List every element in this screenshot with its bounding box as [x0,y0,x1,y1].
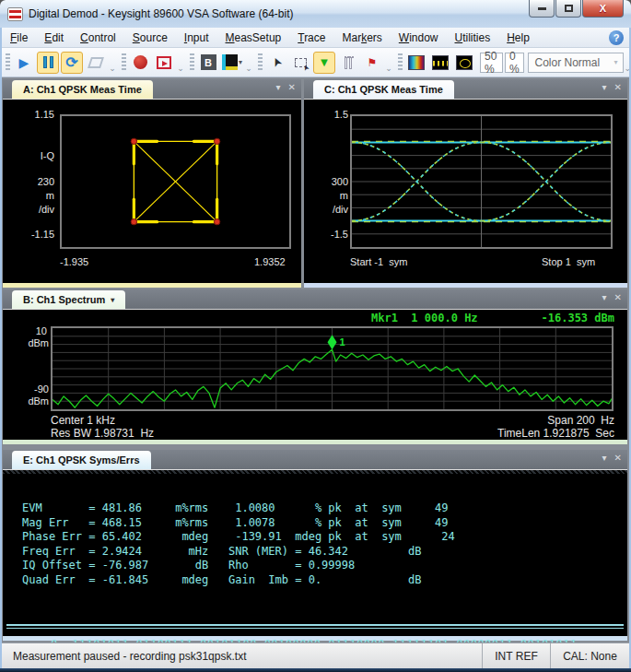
panel-e-close-icon[interactable]: ✕ [614,453,622,464]
panel-e-hatch [3,470,627,474]
panel-e-content: EVM = 481.86 m%rms 1.0080 % pk at sym 49… [3,469,627,636]
toolbar-drag-handle [122,53,126,72]
panel-a-plot-area: 1.15 I-Q 230 m /div -1.15 -1.935 1.9352 [3,99,301,283]
title-bar[interactable]: Digital Demod - Keysight 89600 VSA Softw… [0,0,631,28]
result-line: Freq Err = 2.9424 mHz SNR (MER) = 46.342… [22,545,455,560]
constellation-plot[interactable] [62,116,289,247]
color-mode-select[interactable]: Color Normal▾ [528,53,624,73]
eye-display-button[interactable] [453,52,475,74]
menu-meassetup[interactable]: MeasSetup [217,29,290,47]
y-axis-bottom-label: -1.15 [31,229,54,240]
menu-input[interactable]: Input [176,29,217,47]
menu-trace[interactable]: Trace [289,29,333,47]
layout-button[interactable]: ▾ [221,52,243,74]
minimize-icon [538,7,546,10]
y-axis-top-label: 1.5 [334,109,348,120]
window-left-border [0,28,2,668]
pause-button[interactable] [37,52,59,74]
panel-a-close-icon[interactable]: ✕ [288,82,296,93]
menu-source[interactable]: Source [124,29,176,47]
panel-e: E: Ch1 QPSK Syms/Errs ▾ ✕ EVM = 481.86 m… [3,450,627,641]
result-line: IQ Offset = -76.987 dB Rho = 0.99998 [22,559,455,573]
result-line: Quad Err = -61.845 mdeg Gain Imb = 0. dB [22,573,455,588]
spectrum-plot[interactable]: 1 [53,328,612,409]
offset-input[interactable]: 0 % [505,53,524,73]
menu-utilities[interactable]: Utilities [447,29,499,47]
result-line: Mag Err = 468.15 m%rms 1.0078 % pk at sy… [22,516,455,531]
panel-a-title: A: Ch1 QPSK Meas Time [23,84,142,95]
error-summary-table: EVM = 481.86 m%rms 1.0080 % pk at sym 49… [22,501,455,587]
panel-c-collapse-icon[interactable]: ▾ [602,82,607,93]
play-icon: ▶ [19,55,29,70]
measurement-b-button[interactable]: B [197,52,219,74]
play-button[interactable]: ▶ [13,52,35,74]
panel-a-tab[interactable]: A: Ch1 QPSK Meas Time [12,80,153,99]
record-button[interactable] [129,52,151,74]
menu-window[interactable]: Window [391,29,447,47]
restore-icon [565,5,573,12]
results-separator [6,624,624,629]
y-axis-bottom-label: -90 [34,383,49,395]
panel-e-collapse-icon[interactable]: ▾ [602,453,607,464]
restart-button[interactable]: ⟳ [61,52,83,74]
menu-edit[interactable]: Edit [36,29,72,47]
calibration-indicator[interactable]: CAL: None [550,643,629,668]
status-bar: Measurement paused - recording psk31qpsk… [2,643,629,668]
toolbar-drag-handle [6,53,10,72]
panel-e-tab[interactable]: E: Ch1 QPSK Syms/Errs [12,451,151,469]
spectrum-display-button[interactable] [429,52,451,74]
band-marker-button[interactable] [337,52,359,74]
marker-readout: Mkr1 1 000.0 Hz [371,312,478,324]
panel-e-title: E: Ch1 QPSK Syms/Errs [23,454,140,466]
select-pointer-button[interactable]: ➤ [265,52,287,74]
eye-diagram-plot[interactable] [352,116,611,247]
restart-icon: ⟳ [65,53,77,71]
menu-help[interactable]: Help [498,29,538,47]
toolbar-drag-handle [258,53,263,72]
single-sweep-button[interactable] [85,52,107,74]
single-sweep-icon [88,57,104,68]
panel-b-title: B: Ch1 Spectrum [23,294,105,305]
couple-markers-button[interactable]: ⚑ [361,52,383,74]
result-line: EVM = 481.86 m%rms 1.0080 % pk at sym 49 [22,501,455,516]
menu-control[interactable]: Control [72,29,124,47]
transparency-input[interactable]: 50 % [480,53,503,73]
recorder-icon [157,56,171,69]
panel-b-tab-dropdown-icon[interactable]: ▾ [111,296,114,304]
menu-markers[interactable]: Markers [333,29,390,47]
res-bw-label: Res BW 1.98731 Hz [51,427,154,440]
close-button[interactable]: X [582,0,624,18]
group-overflow-icon[interactable]: ⌄ [176,64,185,76]
panel-c-close-icon[interactable]: ✕ [614,82,622,93]
y-scale-value-label: 300 [332,176,348,187]
layout-grid-icon [222,54,238,70]
group-overflow-icon[interactable]: ⌄ [108,64,117,76]
panel-c-title: C: Ch1 QPSK Meas Time [324,84,443,95]
y-axis-name-label: I-Q [41,150,54,161]
recording-settings-button[interactable] [153,52,175,74]
restore-button[interactable] [555,0,581,18]
menu-file[interactable]: File [2,29,36,47]
y-scale-div-label: /div [39,204,54,215]
panel-c-color-strip [304,283,627,288]
panel-a-collapse-icon[interactable]: ▾ [276,82,281,93]
y-scale-unit-label: m [46,190,54,201]
group-overflow-icon[interactable]: ⌄ [244,64,253,76]
y-axis-top-unit: dBm [28,337,49,348]
toolbar-drag-handle [190,53,194,72]
record-icon [134,55,147,69]
panel-c-tab[interactable]: C: Ch1 QPSK Meas Time [313,80,454,99]
panel-b-tab[interactable]: B: Ch1 Spectrum ▾ [12,290,125,309]
spectrogram-button[interactable] [405,52,427,74]
group-overflow-icon[interactable]: ⌄ [384,64,393,76]
marker-button[interactable]: ▼ [313,52,335,74]
panel-b-close-icon[interactable]: ✕ [614,292,622,303]
help-icon[interactable]: ? [609,30,624,45]
zoom-select-button[interactable] [289,52,311,74]
y-axis-bottom-unit: dBm [28,395,49,407]
reference-indicator[interactable]: INT REF [482,643,550,668]
y-axis-top-label: 10 [36,325,47,336]
panel-b-header: B: Ch1 Spectrum ▾ ▾ ✕ [3,289,627,309]
panel-b-collapse-icon[interactable]: ▾ [602,292,607,303]
minimize-button[interactable] [529,0,555,18]
